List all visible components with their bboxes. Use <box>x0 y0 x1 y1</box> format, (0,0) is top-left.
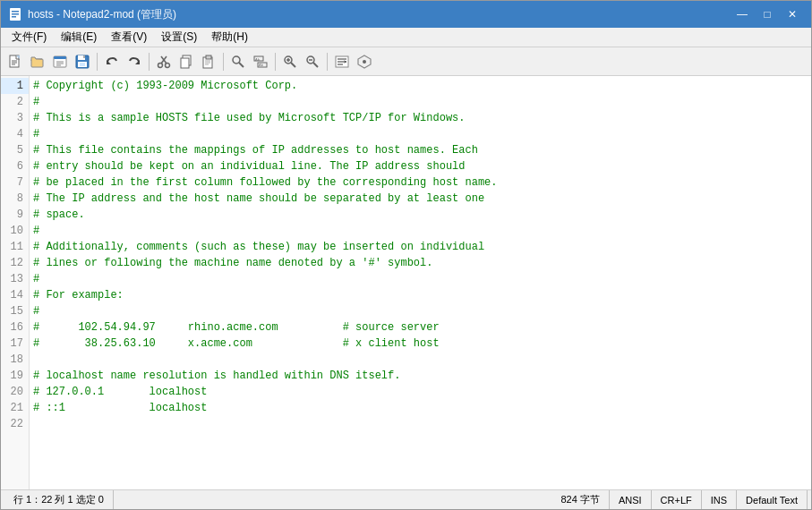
line-num-14: 14 <box>1 287 29 303</box>
status-encoding: ANSI <box>610 490 652 509</box>
code-line-21: # ::1 localhost <box>33 400 808 416</box>
svg-text:Ab: Ab <box>255 56 261 61</box>
find-icon <box>231 55 245 69</box>
paste-button[interactable] <box>198 51 219 72</box>
code-line-16: # 102.54.94.97 rhino.acme.com # source s… <box>33 319 808 336</box>
menu-view[interactable]: 查看(V) <box>104 28 154 47</box>
status-ins: INS <box>702 490 737 509</box>
code-line-7: # be placed in the first column followed… <box>33 174 808 191</box>
menu-file[interactable]: 文件(F) <box>4 28 54 47</box>
code-line-8: # The IP address and the host name shoul… <box>33 191 808 207</box>
wordwrap-icon <box>335 55 349 69</box>
minimize-button[interactable]: — <box>731 5 754 23</box>
line-num-11: 11 <box>1 239 29 255</box>
svg-rect-29 <box>206 55 211 59</box>
line-num-12: 12 <box>1 255 29 271</box>
zoom-in-button[interactable] <box>279 51 301 72</box>
zoom-in-icon <box>283 55 297 69</box>
code-line-4: # <box>33 126 808 142</box>
open-icon <box>30 55 45 69</box>
wordwrap-button[interactable] <box>331 51 353 72</box>
close-button[interactable]: ✕ <box>781 5 804 23</box>
line-num-15: 15 <box>1 303 29 319</box>
line-num-8: 8 <box>1 191 29 207</box>
zoom-out-icon <box>305 55 320 69</box>
browse-icon <box>53 55 67 69</box>
status-bar: 行 1：22 列 1 选定 0 824 字节 ANSI CR+LF INS De… <box>1 489 811 509</box>
toolbar-separator-3 <box>223 53 224 71</box>
find-button[interactable] <box>227 51 249 72</box>
svg-point-25 <box>166 63 170 67</box>
undo-button[interactable] <box>101 51 123 72</box>
status-lineending: CR+LF <box>652 490 702 509</box>
redo-button[interactable] <box>124 51 145 72</box>
code-line-22 <box>33 416 808 432</box>
cut-button[interactable] <box>153 51 175 72</box>
svg-rect-17 <box>83 55 85 58</box>
svg-rect-1 <box>12 11 19 13</box>
code-line-9: # space. <box>33 207 808 223</box>
menu-bar: 文件(F) 编辑(E) 查看(V) 设置(S) 帮助(H) <box>1 28 811 47</box>
code-line-5: # This file contains the mappings of IP … <box>33 142 808 158</box>
replace-icon: Ab Ab <box>253 55 268 69</box>
window-title: hosts - Notepad2-mod (管理员) <box>28 7 176 22</box>
code-line-11: # Additionally, comments (such as these)… <box>33 239 808 255</box>
open-button[interactable] <box>27 51 48 72</box>
code-line-3: # This is a sample HOSTS file used by Mi… <box>33 110 808 126</box>
line-num-20: 20 <box>1 384 29 400</box>
toolbar-separator-1 <box>97 53 98 71</box>
copy-icon <box>179 55 193 69</box>
toolbar-separator-5 <box>327 53 328 71</box>
schema-button[interactable] <box>354 51 375 72</box>
new-icon <box>8 55 22 69</box>
code-line-15: # <box>33 303 808 319</box>
save-icon <box>75 55 90 69</box>
title-bar-left: hosts - Notepad2-mod (管理员) <box>8 7 176 22</box>
svg-rect-19 <box>80 63 85 66</box>
code-line-13: # <box>33 271 808 287</box>
line-num-17: 17 <box>1 336 29 352</box>
new-button[interactable] <box>4 51 26 72</box>
status-mode: Default Text <box>737 490 808 509</box>
code-line-1: # Copyright (c) 1993-2009 Microsoft Corp… <box>33 78 808 94</box>
app-icon <box>8 7 22 21</box>
title-controls: — □ ✕ <box>731 5 804 23</box>
zoom-out-button[interactable] <box>302 51 323 72</box>
svg-point-51 <box>363 60 366 64</box>
line-num-22: 22 <box>1 416 29 432</box>
cut-icon <box>157 55 171 69</box>
paste-icon <box>201 55 216 69</box>
redo-icon <box>127 55 141 69</box>
svg-rect-3 <box>12 16 16 18</box>
toolbar-separator-4 <box>275 53 276 71</box>
line-num-19: 19 <box>1 368 29 384</box>
line-num-10: 10 <box>1 223 29 239</box>
maximize-button[interactable]: □ <box>756 5 779 23</box>
code-line-14: # For example: <box>33 287 808 303</box>
copy-button[interactable] <box>175 51 197 72</box>
line-num-13: 13 <box>1 271 29 287</box>
schema-icon <box>357 55 372 69</box>
line-num-9: 9 <box>1 207 29 223</box>
code-area[interactable]: # Copyright (c) 1993-2009 Microsoft Corp… <box>30 76 811 489</box>
menu-settings[interactable]: 设置(S) <box>154 28 204 47</box>
menu-help[interactable]: 帮助(H) <box>204 28 255 47</box>
code-line-10: # <box>33 223 808 239</box>
svg-rect-11 <box>54 56 66 59</box>
svg-point-33 <box>233 56 240 64</box>
code-line-19: # localhost name resolution is handled w… <box>33 368 808 384</box>
code-line-20: # 127.0.0.1 localhost <box>33 384 808 400</box>
save-browse-button[interactable] <box>49 51 71 72</box>
editor-container: 1 2 3 4 5 6 7 8 9 10 11 12 13 14 15 16 1… <box>1 76 811 489</box>
line-num-3: 3 <box>1 110 29 126</box>
line-num-1: 1 <box>1 78 29 94</box>
line-num-4: 4 <box>1 126 29 142</box>
svg-point-24 <box>158 63 163 67</box>
replace-button[interactable]: Ab Ab <box>250 51 271 72</box>
line-num-7: 7 <box>1 174 29 191</box>
save-button[interactable] <box>72 51 93 72</box>
code-line-17: # 38.25.63.10 x.acme.com # x client host <box>33 336 808 352</box>
code-line-2: # <box>33 94 808 110</box>
menu-edit[interactable]: 编辑(E) <box>54 28 104 47</box>
svg-line-40 <box>291 63 295 67</box>
